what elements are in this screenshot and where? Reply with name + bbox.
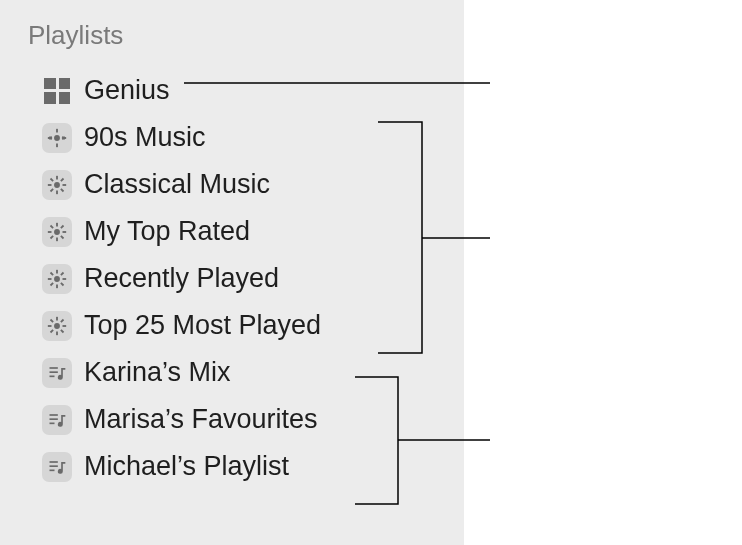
svg-rect-30	[48, 278, 52, 280]
svg-rect-10	[56, 175, 58, 179]
svg-point-18	[54, 229, 60, 235]
svg-rect-24	[50, 235, 54, 239]
svg-rect-28	[56, 269, 58, 273]
svg-rect-31	[63, 278, 67, 280]
smart-playlist-icon	[42, 123, 72, 153]
playlist-icon	[42, 405, 72, 435]
sidebar-item-recently-played[interactable]: Recently Played	[36, 255, 448, 302]
svg-rect-39	[48, 325, 52, 327]
sidebar-item-label: Recently Played	[84, 263, 279, 294]
sidebar-item-my-top-rated[interactable]: My Top Rated	[36, 208, 448, 255]
svg-rect-53	[50, 469, 55, 471]
svg-rect-21	[48, 231, 52, 233]
svg-rect-1	[56, 128, 58, 132]
svg-rect-11	[56, 190, 58, 194]
svg-rect-46	[50, 371, 58, 373]
svg-rect-13	[63, 184, 67, 186]
svg-rect-45	[50, 367, 58, 369]
svg-rect-52	[50, 465, 58, 467]
section-header-playlists: Playlists	[28, 20, 448, 51]
svg-rect-17	[60, 188, 64, 192]
sidebar-item-label: Karina’s Mix	[84, 357, 231, 388]
sidebar-item-label: Michael’s Playlist	[84, 451, 289, 482]
smart-playlist-icon	[42, 217, 72, 247]
playlist-icon	[42, 358, 72, 388]
sidebar-item-label: Genius	[84, 75, 170, 106]
svg-rect-26	[60, 235, 64, 239]
sidebar-item-marisas-favourites[interactable]: Marisa’s Favourites	[36, 396, 448, 443]
svg-rect-19	[56, 222, 58, 226]
svg-point-9	[54, 182, 60, 188]
svg-rect-15	[50, 188, 54, 192]
sidebar-item-karinas-mix[interactable]: Karina’s Mix	[36, 349, 448, 396]
genius-grid-icon	[42, 76, 72, 106]
playlist-icon	[42, 452, 72, 482]
sidebar-item-label: My Top Rated	[84, 216, 250, 247]
svg-rect-29	[56, 284, 58, 288]
smart-playlist-icon	[42, 264, 72, 294]
svg-rect-38	[56, 331, 58, 335]
svg-rect-41	[60, 318, 64, 322]
sidebar-item-90s-music[interactable]: 90s Music	[36, 114, 448, 161]
sidebar-item-label: Marisa’s Favourites	[84, 404, 318, 435]
sidebar-item-top-25-most-played[interactable]: Top 25 Most Played	[36, 302, 448, 349]
svg-rect-44	[60, 329, 64, 333]
svg-rect-12	[48, 184, 52, 186]
smart-playlist-icon	[42, 311, 72, 341]
sidebar-item-genius[interactable]: Genius	[36, 67, 448, 114]
playlists-sidebar: Playlists Genius 90s Music Classical Mus…	[0, 0, 464, 545]
svg-rect-22	[63, 231, 67, 233]
sidebar-item-classical-music[interactable]: Classical Music	[36, 161, 448, 208]
svg-rect-37	[56, 316, 58, 320]
svg-rect-47	[50, 375, 55, 377]
svg-rect-14	[60, 177, 64, 181]
sidebar-item-label: 90s Music	[84, 122, 206, 153]
sidebar-item-michaels-playlist[interactable]: Michael’s Playlist	[36, 443, 448, 490]
svg-rect-34	[50, 271, 54, 275]
svg-rect-48	[50, 414, 58, 416]
svg-rect-32	[60, 271, 64, 275]
svg-rect-23	[60, 224, 64, 228]
svg-rect-40	[63, 325, 67, 327]
sidebar-item-label: Top 25 Most Played	[84, 310, 321, 341]
svg-rect-33	[50, 282, 54, 286]
svg-rect-49	[50, 418, 58, 420]
smart-playlist-icon	[42, 170, 72, 200]
svg-rect-20	[56, 237, 58, 241]
svg-rect-50	[50, 422, 55, 424]
sidebar-item-label: Classical Music	[84, 169, 270, 200]
svg-rect-51	[50, 461, 58, 463]
svg-rect-2	[56, 143, 58, 147]
svg-rect-42	[50, 329, 54, 333]
svg-point-27	[54, 276, 60, 282]
svg-point-36	[54, 323, 60, 329]
svg-rect-16	[50, 177, 54, 181]
svg-rect-25	[50, 224, 54, 228]
svg-rect-43	[50, 318, 54, 322]
svg-rect-35	[60, 282, 64, 286]
